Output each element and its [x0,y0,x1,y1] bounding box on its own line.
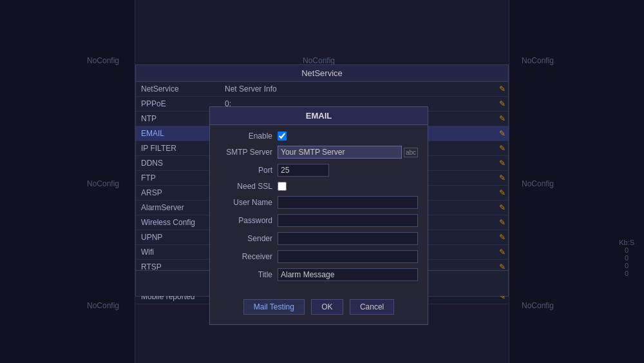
email-dialog-title: EMAIL [210,107,428,125]
edit-icon[interactable]: ✎ [494,245,508,260]
port-input[interactable] [278,164,329,177]
username-label: User Name [220,198,278,207]
kb-val4: 0 [619,270,634,277]
smtp-server-input[interactable] [278,146,402,159]
email-cancel-button[interactable]: Cancel [350,299,394,315]
username-row: User Name [220,196,418,209]
sender-row: Sender [220,232,418,245]
sender-input[interactable] [278,232,418,245]
edit-icon[interactable]: ✎ [494,141,508,156]
row-name: FTP [136,171,220,186]
mail-testing-button[interactable]: Mail Testing [243,299,305,315]
edit-icon[interactable]: ✎ [494,201,508,215]
smtp-input-wrapper: abc [278,146,418,159]
row-name: ARSP [136,186,220,201]
edit-icon[interactable]: ✎ [494,82,508,97]
email-dialog: EMAIL Enable SMTP Server abc Port Need S… [209,106,428,325]
password-input[interactable] [278,214,418,227]
smtp-server-label: SMTP Server [220,148,278,157]
title-label: Title [220,270,278,279]
enable-checkbox[interactable] [278,132,287,141]
sender-label: Sender [220,234,278,243]
edit-icon[interactable]: ✎ [494,126,508,141]
row-name: EMAIL [136,126,220,141]
edit-icon[interactable]: ✎ [494,156,508,171]
noconfig-tc: NoConfig [303,56,335,65]
email-dialog-footer: Mail Testing OK Cancel [210,293,428,324]
row-name: NTP [136,112,220,126]
kb-label: Kb:S [619,239,634,246]
email-ok-button[interactable]: OK [311,299,343,315]
kb-val1: 0 [619,246,634,254]
row-name: IP FILTER [136,141,220,156]
row-name: NetService [136,82,220,97]
noconfig-bl: NoConfig [87,301,119,310]
enable-row: Enable [220,132,418,141]
abc-icon: abc [404,148,418,157]
noconfig-tl: NoConfig [87,56,119,65]
port-row: Port [220,164,418,177]
row-value: Net Server Info [220,82,494,97]
row-name: DDNS [136,156,220,171]
edit-icon[interactable]: ✎ [494,215,508,230]
email-dialog-content: Enable SMTP Server abc Port Need SSL Use… [210,125,428,293]
port-label: Port [220,166,278,175]
edit-icon[interactable]: ✎ [494,230,508,245]
password-label: Password [220,216,278,225]
noconfig-ml: NoConfig [87,179,119,188]
edit-icon[interactable]: ✎ [494,171,508,186]
noconfig-br: NoConfig [522,301,554,310]
table-row[interactable]: NetService Net Server Info ✎ [136,82,508,97]
netservice-titlebar: NetService [136,65,508,82]
username-input[interactable] [278,196,418,209]
row-name: UPNP [136,230,220,245]
row-name: PPPoE [136,97,220,112]
edit-icon[interactable]: ✎ [494,186,508,201]
edit-icon[interactable]: ✎ [494,112,508,126]
kb-val3: 0 [619,262,634,270]
noconfig-mr: NoConfig [522,179,554,188]
receiver-label: Receiver [220,252,278,261]
kb-val2: 0 [619,254,634,262]
noconfig-tr: NoConfig [522,56,554,65]
need-ssl-row: Need SSL [220,182,418,191]
receiver-input[interactable] [278,250,418,263]
title-row: Title [220,268,418,281]
kb-section: Kb:S 0 0 0 0 [619,239,634,277]
row-name: Wifi [136,245,220,260]
title-input[interactable] [278,268,418,281]
row-name: AlarmServer [136,201,220,215]
enable-label: Enable [220,132,278,141]
need-ssl-label: Need SSL [220,182,278,191]
smtp-server-row: SMTP Server abc [220,146,418,159]
edit-icon[interactable]: ✎ [494,97,508,112]
need-ssl-checkbox[interactable] [278,182,287,191]
row-name: Wireless Config [136,215,220,230]
receiver-row: Receiver [220,250,418,263]
password-row: Password [220,214,418,227]
